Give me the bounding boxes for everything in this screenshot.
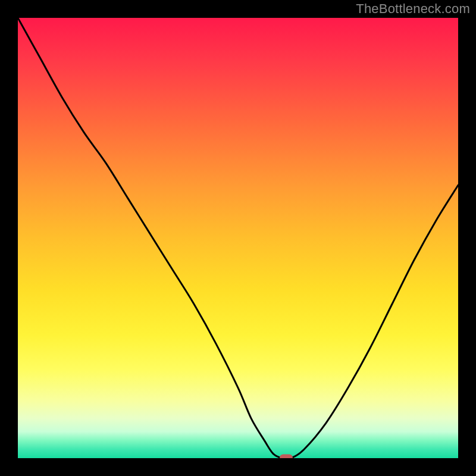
curve-svg: [18, 18, 458, 458]
plot-area: [18, 18, 458, 458]
bottleneck-curve-path: [18, 18, 458, 458]
watermark-text: TheBottleneck.com: [356, 1, 470, 17]
optimal-point-marker: [280, 455, 293, 459]
chart-frame: TheBottleneck.com: [0, 0, 476, 476]
